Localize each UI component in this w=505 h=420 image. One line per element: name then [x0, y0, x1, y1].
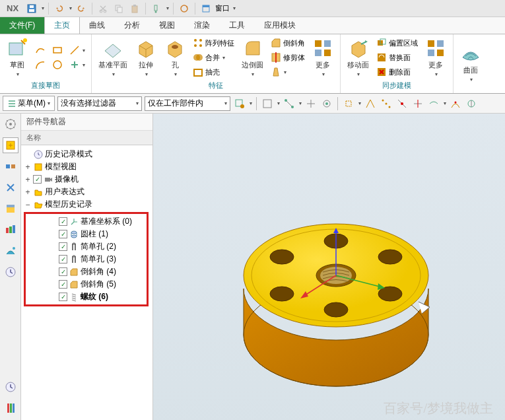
- more-curve-button[interactable]: ▾: [67, 58, 87, 71]
- tree-node-feature[interactable]: ✓基准坐标系 (0): [26, 215, 147, 228]
- cut-icon: [96, 2, 110, 15]
- part-navigator-icon[interactable]: [3, 137, 18, 153]
- tree-node-feature[interactable]: ✓螺纹 (6): [26, 291, 147, 303]
- selection-scope-combo[interactable]: 仅在工作部件内▾: [145, 96, 230, 111]
- svg-rect-16: [53, 48, 61, 53]
- svg-rect-31: [315, 50, 321, 56]
- circle-button[interactable]: [50, 58, 65, 71]
- graphics-viewport[interactable]: 百家号/梦境我做主: [153, 114, 505, 420]
- rectangle-button[interactable]: [50, 44, 65, 57]
- tab-view[interactable]: 视图: [150, 17, 185, 34]
- sel-tool-1[interactable]: [233, 97, 246, 110]
- dropdown-icon[interactable]: ▾: [166, 5, 169, 11]
- snap-tool-5[interactable]: [411, 97, 424, 110]
- tab-home[interactable]: 主页: [44, 17, 80, 34]
- dropdown-icon[interactable]: ▾: [69, 5, 72, 11]
- tab-curve[interactable]: 曲线: [80, 17, 115, 34]
- touch-icon[interactable]: [150, 2, 163, 15]
- copy-icon: [112, 2, 125, 15]
- save-icon[interactable]: [25, 2, 38, 15]
- history-icon[interactable]: [3, 264, 18, 280]
- dropdown-icon[interactable]: ▾: [299, 100, 302, 106]
- sel-tool-3[interactable]: [283, 97, 296, 110]
- hole-button[interactable]: 孔▾: [162, 36, 188, 79]
- file-tab[interactable]: 文件(F): [0, 17, 44, 34]
- move-face-button[interactable]: 移动面▾: [345, 36, 372, 79]
- delete-face-button[interactable]: 删除面: [374, 65, 420, 79]
- redo-icon[interactable]: [75, 2, 88, 15]
- svg-rect-48: [346, 101, 351, 106]
- draft-button[interactable]: ▾: [269, 65, 307, 79]
- constraint-navigator-icon[interactable]: [3, 180, 18, 195]
- snap-tool-6[interactable]: [427, 97, 440, 110]
- trim-body-button[interactable]: 修剪体: [269, 51, 307, 64]
- tree-node-expressions[interactable]: + 用户表达式: [22, 186, 151, 198]
- extrude-button[interactable]: 拉伸▾: [133, 36, 159, 79]
- window-menu-label[interactable]: 窗口: [215, 3, 230, 13]
- tree-node-cameras[interactable]: +✓ 摄像机: [22, 173, 151, 186]
- sync-more-button[interactable]: 更多▾: [422, 36, 449, 79]
- dropdown-icon[interactable]: ▾: [358, 100, 361, 106]
- system-scheme-icon[interactable]: [3, 379, 18, 395]
- reuse-library-icon[interactable]: [3, 201, 18, 217]
- tree-node-feature[interactable]: ✓倒斜角 (4): [26, 265, 147, 278]
- snap-tool-8[interactable]: [465, 97, 478, 110]
- color-icon[interactable]: [3, 400, 18, 416]
- simple-hole-icon: [69, 254, 79, 265]
- svg-line-18: [71, 46, 79, 54]
- tree-node-model-views[interactable]: + 模型视图: [22, 160, 151, 173]
- assembly-navigator-icon[interactable]: [3, 158, 18, 174]
- sel-tool-2[interactable]: [261, 97, 274, 110]
- tree-node-feature[interactable]: ✓简单孔 (3): [26, 253, 147, 265]
- point-button[interactable]: [33, 58, 48, 71]
- dropdown-icon[interactable]: ▾: [233, 5, 236, 11]
- profile-button[interactable]: [33, 44, 48, 57]
- pattern-icon: [193, 38, 203, 48]
- chamfer-button[interactable]: 倒斜角: [269, 36, 307, 50]
- sketch-button[interactable]: 草图 ▾: [4, 36, 30, 79]
- menu-button[interactable]: 菜单(M)▾: [3, 96, 55, 111]
- settings-icon[interactable]: [3, 116, 18, 132]
- datum-plane-icon: [102, 38, 123, 59]
- hd3d-icon[interactable]: [3, 222, 18, 238]
- snap-tool-1[interactable]: [342, 97, 355, 110]
- tab-analysis[interactable]: 分析: [115, 17, 150, 34]
- navigator-column-header[interactable]: 名称: [21, 131, 152, 145]
- snap-tool-7[interactable]: [449, 97, 462, 110]
- tree-node-feature[interactable]: ✓简单孔 (2): [26, 240, 147, 253]
- dropdown-icon[interactable]: ▾: [42, 5, 44, 11]
- repeat-icon[interactable]: [178, 2, 191, 15]
- tab-application[interactable]: 应用模块: [255, 17, 306, 34]
- feature-more-button[interactable]: 更多▾: [310, 36, 336, 79]
- unite-button[interactable]: 合并▾: [191, 51, 236, 64]
- line-button[interactable]: ▾: [67, 44, 87, 57]
- internet-icon[interactable]: [3, 243, 18, 259]
- edge-blend-button[interactable]: 边倒圆▾: [239, 36, 266, 79]
- shell-button[interactable]: 抽壳: [191, 65, 236, 79]
- surface-button[interactable]: 曲面▾: [457, 42, 484, 84]
- datum-plane-button[interactable]: 基准平面▾: [96, 36, 130, 79]
- replace-face-button[interactable]: 替换面: [374, 51, 420, 64]
- snap-tool-2[interactable]: [364, 97, 377, 110]
- pattern-button[interactable]: 阵列特征: [191, 36, 236, 50]
- tab-render[interactable]: 渲染: [185, 17, 220, 34]
- dropdown-icon[interactable]: ▾: [277, 100, 280, 106]
- window-icon[interactable]: [199, 2, 213, 15]
- tree-node-feature[interactable]: ✓圆柱 (1): [26, 228, 147, 240]
- dropdown-icon[interactable]: ▾: [250, 100, 252, 106]
- tree-node-feature[interactable]: ✓倒斜角 (5): [26, 278, 147, 291]
- snap-tool-4[interactable]: [395, 97, 409, 110]
- sel-tool-4[interactable]: [304, 97, 318, 110]
- snap-tool-3[interactable]: [380, 97, 393, 110]
- tree-node-history-mode[interactable]: 历史记录模式: [22, 148, 151, 160]
- sel-tool-5[interactable]: [320, 97, 333, 110]
- tree-node-model-history[interactable]: − 模型历史记录: [22, 198, 151, 211]
- selection-filter-combo[interactable]: 没有选择过滤器▾: [57, 96, 142, 111]
- svg-point-44: [285, 99, 287, 102]
- dropdown-icon[interactable]: ▾: [444, 100, 446, 106]
- undo-icon[interactable]: [53, 2, 66, 15]
- offset-region-button[interactable]: 偏置区域: [374, 36, 420, 50]
- more-icon: [312, 38, 333, 59]
- tab-tools[interactable]: 工具: [220, 17, 255, 34]
- replace-icon: [376, 52, 387, 63]
